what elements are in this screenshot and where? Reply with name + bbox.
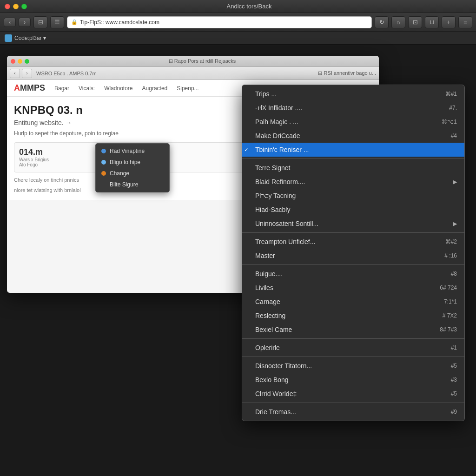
menu-item-shortcut: 7:1*1 — [444, 298, 457, 305]
menu-item-disnoeter-titatorn--[interactable]: Disnoeter Titatorn...#5 — [242, 359, 464, 373]
card-label2: Alo Fogo — [19, 162, 49, 167]
bligo-icon — [101, 160, 106, 165]
menu-item-buigue----[interactable]: Buigue....#8 — [242, 267, 464, 281]
forward-button[interactable]: › — [19, 18, 31, 27]
menu-item-bexlo-bong[interactable]: Bexlo Bong#3 — [242, 373, 464, 387]
url-bar[interactable]: 🔒 Tip-FlpS:: www.camdoslate.com — [67, 16, 372, 28]
menu-item-label: Uninnosatent Sontill... — [250, 220, 453, 227]
menu-item-carnage[interactable]: Carnage7:1*1 — [242, 295, 464, 309]
menu-item-tbinin-c-reniser----[interactable]: ✓Tbinin'c Reniser ... — [242, 143, 464, 157]
menu-item-shortcut: ⌘⌥1 — [442, 119, 457, 125]
menu-item-shortcut: 8# 7#3 — [440, 326, 457, 333]
menu-item-label: Drie Tremas... — [250, 408, 451, 416]
app-logo[interactable]: Code:pl3ar ▾ — [5, 34, 46, 42]
extensions-button[interactable]: ≡ — [458, 16, 472, 28]
menu-item-label: Terre Signet — [250, 164, 457, 172]
back-button[interactable]: ‹ — [4, 18, 16, 27]
menu-item-label: Make DriCcade — [250, 132, 451, 139]
menu-item-label: Bexlo Bong — [250, 376, 451, 383]
menu-item-terre-signet[interactable]: Terre Signet — [242, 161, 464, 175]
menu-item-label: Buigue.... — [250, 270, 451, 278]
ctx-item-change[interactable]: Change — [96, 168, 169, 179]
menu-item-uninnosatent-sontill[interactable]: Uninnosatent Sontill...▶ — [242, 217, 464, 231]
new-tab-button[interactable]: + — [442, 16, 456, 28]
inner-forward-button[interactable]: › — [22, 69, 32, 78]
share-button[interactable]: ⊔ — [425, 16, 439, 28]
close-button[interactable] — [5, 4, 10, 9]
card-label1: Wars x Brigius — [19, 157, 49, 162]
nav-link-sipenp[interactable]: Sipenp... — [177, 85, 198, 92]
menu-item-treampton-unficlef--[interactable]: Treampton Unficlef...⌘#2 — [242, 235, 464, 249]
menu-item-label: Disnoeter Titatorn... — [250, 362, 451, 370]
card-number: 014.m — [19, 147, 49, 157]
inner-tab-label: ⊟ RSI annentivr bago u... — [318, 70, 376, 76]
menu-item-shortcut: #4 — [451, 132, 457, 139]
inner-minimize-button[interactable] — [18, 59, 22, 64]
menu-separator-11 — [242, 232, 464, 233]
menu-item-label: Treampton Unficlef... — [250, 238, 445, 245]
refresh-button[interactable]: ↻ — [375, 16, 389, 28]
inner-back-button[interactable]: ‹ — [10, 69, 20, 78]
inner-close-button[interactable] — [11, 59, 15, 64]
checkmark-icon: ✓ — [244, 146, 249, 153]
app-bar: Code:pl3ar ▾ — [0, 32, 476, 45]
menu-item-palh-magic------[interactable]: Palh Magic . ...⌘⌥1 — [242, 115, 464, 129]
home-button[interactable]: ⌂ — [391, 16, 405, 28]
inner-window-title: ⊟ Rapo Pors at rdill Rejaacks — [29, 58, 375, 64]
menu-item-oplerirle[interactable]: Oplerirle#1 — [242, 341, 464, 355]
window-title: Andicc tors/Back — [27, 3, 471, 10]
menu-item-bexiel-came[interactable]: Bexiel Came8# 7#3 — [242, 323, 464, 337]
menu-item-label: Bexiel Came — [250, 326, 440, 333]
menu-item-shortcut: # :16 — [444, 252, 457, 259]
menu-item-blaid-refinorm----[interactable]: Blaid Refinorm....▶ — [242, 175, 464, 189]
menu-item-label: -יוlX Inflidator .... — [250, 104, 449, 112]
ctx-item-bligo[interactable]: Bligo to hipe — [96, 157, 169, 168]
menu-icon-button[interactable]: ☰ — [50, 16, 64, 28]
menu-item-label: Palh Magic . ... — [250, 118, 442, 126]
maximize-button[interactable] — [21, 4, 27, 9]
minimize-button[interactable] — [13, 4, 19, 9]
menu-item-liviles[interactable]: Liviles6# 724 — [242, 281, 464, 295]
menu-item-label: Pl⌥y Tacning — [250, 192, 457, 199]
menu-item-shortcut: #8 — [451, 271, 457, 277]
menu-item-label: Master — [250, 252, 444, 259]
menu-item-label: Reslecting — [250, 312, 443, 319]
menu-item-label: Oplerirle — [250, 344, 451, 351]
website-logo: AMMPS — [14, 83, 45, 93]
menu-item-trips----[interactable]: Trips ...⌘#1 — [242, 87, 464, 101]
menu-item-reslecting[interactable]: Reslecting# 7X2 — [242, 309, 464, 323]
inner-context-menu: Rad Vinaptine Bligo to hipe Change Blite… — [95, 143, 170, 192]
inner-traffic-lights — [11, 59, 29, 64]
inner-toolbar: ‹ › WSRO E5cb . AMPS 0.7m ⊟ RSI annentiv… — [7, 67, 379, 80]
menu-item-shortcut: #7. — [449, 105, 457, 111]
ctx-item-rad[interactable]: Rad Vinaptine — [96, 145, 169, 157]
nav-link-augracted[interactable]: Augracted — [142, 85, 168, 92]
nav-link-bagar[interactable]: Bagar — [54, 85, 69, 92]
menu-separator-5 — [242, 159, 464, 159]
menu-item-make-driccade[interactable]: Make DriCcade#4 — [242, 129, 464, 143]
nav-link-vicals[interactable]: Vicals: — [79, 85, 95, 92]
menu-item----lx-inflidator----[interactable]: -יוlX Inflidator ....#7. — [242, 101, 464, 115]
menu-item-master[interactable]: Master# :16 — [242, 249, 464, 263]
change-icon — [101, 171, 106, 176]
nav-link-wladnotore[interactable]: Wladnotore — [104, 85, 132, 92]
tab-icon-button[interactable]: ⊟ — [33, 16, 47, 28]
rad-icon — [101, 149, 106, 153]
menu-item-label: Liviles — [250, 284, 440, 291]
menu-item-clrrid-worlde-[interactable]: Clrrid Worlde‡#5 — [242, 387, 464, 401]
menu-item-hiad-sacbly[interactable]: Hiad-Sacbly — [242, 203, 464, 217]
ctx-item-blite[interactable]: Blite Sigure — [96, 179, 169, 190]
menu-item-label: Clrrid Worlde‡ — [250, 390, 451, 397]
browser-toolbar: ‹ › ⊟ ☰ 🔒 Tip-FlpS:: www.camdoslate.com … — [0, 13, 476, 32]
menu-item-shortcut: 6# 724 — [440, 284, 457, 291]
menu-item-pl-y-tacning[interactable]: Pl⌥y Tacning — [242, 189, 464, 203]
menu-separator-22 — [242, 357, 464, 357]
inner-titlebar: ⊟ Rapo Pors at rdill Rejaacks — [7, 56, 379, 67]
bookmark-button[interactable]: ⊡ — [408, 16, 422, 28]
menu-item-shortcut: ⌘#1 — [445, 91, 457, 97]
menu-separator-14 — [242, 264, 464, 265]
inner-maximize-button[interactable] — [25, 59, 29, 64]
menu-item-shortcut: #1 — [451, 344, 457, 351]
submenu-arrow-icon: ▶ — [453, 221, 457, 227]
menu-item-drie-tremas---[interactable]: Drie Tremas...#9 — [242, 405, 464, 419]
